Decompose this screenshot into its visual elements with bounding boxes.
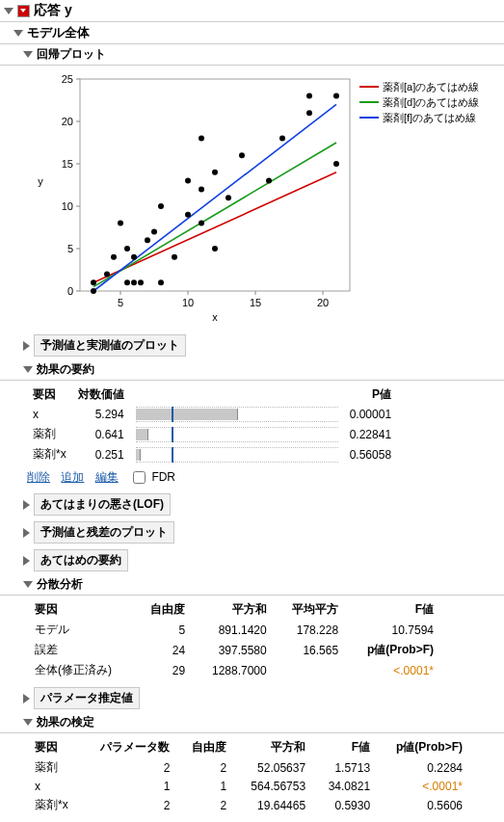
table-row: 薬剤0.6410.22841 xyxy=(27,424,397,444)
svg-text:20: 20 xyxy=(62,116,73,127)
regression-plot-title: 回帰プロット xyxy=(37,46,106,63)
disclosure-open-icon[interactable] xyxy=(23,719,33,726)
disclosure-open-icon[interactable] xyxy=(13,30,23,37)
effect-tests-header[interactable]: 効果の検定 xyxy=(0,712,504,733)
param-est-title: パラメータ推定値 xyxy=(34,687,140,709)
anova-header[interactable]: 分散分析 xyxy=(0,574,504,596)
svg-point-40 xyxy=(172,254,177,260)
disclosure-open-icon[interactable] xyxy=(23,51,33,58)
svg-text:15: 15 xyxy=(250,297,261,308)
col-f: F値 xyxy=(346,599,441,620)
svg-text:0: 0 xyxy=(67,285,73,297)
effect-summary-actions: 削除 追加 編集 FDR xyxy=(27,468,500,487)
disclosure-closed-icon[interactable] xyxy=(23,528,30,538)
svg-point-31 xyxy=(124,279,130,285)
pred-resid-title: 予測値と残差のプロット xyxy=(34,521,174,544)
disclosure-open-icon[interactable] xyxy=(23,581,33,588)
svg-text:25: 25 xyxy=(62,73,73,85)
svg-text:薬剤[d]のあてはめ線: 薬剤[d]のあてはめ線 xyxy=(383,96,479,108)
effect-summary-content: 要因 対数価値 P値 x5.2940.00001薬剤0.6410.22841薬剤… xyxy=(0,381,504,491)
svg-point-45 xyxy=(199,136,204,142)
model-whole-header[interactable]: モデル全体 xyxy=(0,22,504,44)
effect-tests-content: 要因 パラメータ数 自由度 平方和 F値 p値(Prob>F) 薬剤2252.0… xyxy=(0,733,504,819)
lof-title: あてはまりの悪さ(LOF) xyxy=(34,493,171,516)
svg-point-38 xyxy=(158,279,164,285)
col-ms: 平均平方 xyxy=(275,599,346,620)
svg-point-36 xyxy=(145,237,150,243)
col-ss: 平方和 xyxy=(234,737,313,757)
disclosure-closed-icon[interactable] xyxy=(23,694,30,703)
table-row: 全体(修正済み) 29 1288.7000 <.0001* xyxy=(27,660,441,680)
remove-link[interactable]: 削除 xyxy=(27,470,50,484)
col-source: 要因 xyxy=(27,737,82,757)
anova-content: 要因 自由度 平方和 平均平方 F値 モデル 5 891.1420 178.22… xyxy=(0,596,504,684)
hotspot-menu-icon[interactable] xyxy=(17,5,30,17)
actual-pred-title: 予測値と実測値のプロット xyxy=(34,334,186,357)
svg-line-25 xyxy=(93,104,336,291)
param-est-header[interactable]: パラメータ推定値 xyxy=(0,684,504,712)
svg-point-42 xyxy=(185,178,191,184)
svg-point-34 xyxy=(131,254,137,260)
svg-point-51 xyxy=(279,136,285,142)
effect-tests-title: 効果の検定 xyxy=(37,714,94,730)
svg-point-28 xyxy=(104,271,110,277)
table-row: x5.2940.00001 xyxy=(27,405,397,424)
svg-point-39 xyxy=(158,203,164,209)
svg-text:5: 5 xyxy=(118,297,123,308)
pred-resid-header[interactable]: 予測値と残差のプロット xyxy=(0,518,504,546)
table-row: 薬剤2252.056371.57130.2284 xyxy=(27,757,470,778)
disclosure-open-icon[interactable] xyxy=(4,8,13,14)
svg-text:薬剤[f]のあてはめ線: 薬剤[f]のあてはめ線 xyxy=(383,112,476,123)
fit-summary-title: あてはめの要約 xyxy=(34,549,128,571)
svg-point-55 xyxy=(333,161,339,167)
effect-summary-header[interactable]: 効果の要約 xyxy=(0,359,504,381)
lof-header[interactable]: あてはまりの悪さ(LOF) xyxy=(0,491,504,518)
svg-point-30 xyxy=(118,221,123,226)
svg-point-49 xyxy=(239,152,245,158)
svg-point-46 xyxy=(212,246,218,252)
regression-plot-header[interactable]: 回帰プロット xyxy=(0,44,504,66)
disclosure-closed-icon[interactable] xyxy=(23,556,30,566)
svg-text:15: 15 xyxy=(62,158,73,170)
col-source: 要因 xyxy=(27,599,135,620)
svg-point-53 xyxy=(306,93,312,99)
regression-plot-svg[interactable]: 05101520255101520xy薬剤[a]のあてはめ線薬剤[d]のあてはめ… xyxy=(27,69,490,325)
effect-summary-table: 要因 対数価値 P値 x5.2940.00001薬剤0.6410.22841薬剤… xyxy=(27,384,397,464)
disclosure-closed-icon[interactable] xyxy=(23,341,30,351)
edit-link[interactable]: 編集 xyxy=(95,470,119,484)
table-row: 誤差 24 397.5580 16.565 p値(Prob>F) xyxy=(27,640,441,660)
svg-line-24 xyxy=(93,143,336,287)
actual-pred-header[interactable]: 予測値と実測値のプロット xyxy=(0,331,504,359)
svg-point-32 xyxy=(124,246,130,252)
col-ss: 平方和 xyxy=(193,599,275,620)
disclosure-closed-icon[interactable] xyxy=(23,500,30,510)
svg-text:20: 20 xyxy=(317,297,329,308)
col-df: 自由度 xyxy=(135,599,193,620)
logworth-bar xyxy=(136,427,338,442)
svg-point-29 xyxy=(111,254,117,260)
svg-point-33 xyxy=(131,279,137,285)
table-row: モデル 5 891.1420 178.228 10.7594 xyxy=(27,620,441,640)
col-source: 要因 xyxy=(27,384,72,405)
svg-text:10: 10 xyxy=(62,200,73,212)
response-header[interactable]: 応答 y xyxy=(0,0,504,22)
effect-summary-title: 効果の要約 xyxy=(37,361,94,378)
col-logworth: 対数価値 xyxy=(72,384,130,405)
regression-plot-content: 05101520255101520xy薬剤[a]のあてはめ線薬剤[d]のあてはめ… xyxy=(0,66,504,331)
disclosure-open-icon[interactable] xyxy=(23,366,33,373)
col-pvalue: P値 xyxy=(344,384,397,405)
svg-text:薬剤[a]のあてはめ線: 薬剤[a]のあてはめ線 xyxy=(383,81,479,93)
fit-summary-header[interactable]: あてはめの要約 xyxy=(0,546,504,574)
svg-point-54 xyxy=(333,93,339,99)
fdr-checkbox[interactable] xyxy=(133,471,146,484)
col-df: 自由度 xyxy=(177,737,234,757)
svg-point-41 xyxy=(185,212,191,218)
table-row: 薬剤*x2219.644650.59300.5606 xyxy=(27,795,470,815)
anova-title: 分散分析 xyxy=(37,576,83,593)
svg-point-27 xyxy=(91,279,96,285)
add-link[interactable]: 追加 xyxy=(61,470,84,484)
svg-text:10: 10 xyxy=(182,297,194,308)
anova-table: 要因 自由度 平方和 平均平方 F値 モデル 5 891.1420 178.22… xyxy=(27,599,441,680)
response-title: 応答 y xyxy=(34,2,72,19)
svg-point-47 xyxy=(212,170,218,175)
